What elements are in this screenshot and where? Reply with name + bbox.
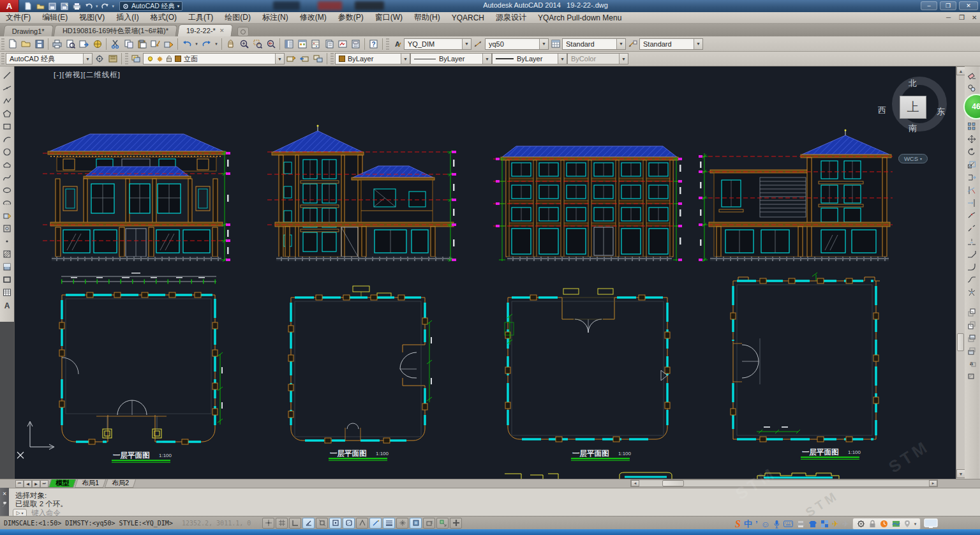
doc-close-button[interactable]: ✕ bbox=[966, 14, 977, 21]
break-tool[interactable] bbox=[965, 222, 978, 234]
menu-dimension[interactable]: 标注(N) bbox=[256, 12, 294, 23]
zoom-window-button[interactable] bbox=[251, 38, 264, 50]
cut-button[interactable] bbox=[108, 38, 122, 50]
viewcube-north[interactable]: 北 bbox=[909, 78, 917, 89]
menu-yqarch[interactable]: YQARCH bbox=[446, 13, 490, 22]
xline-tool[interactable] bbox=[1, 82, 13, 94]
table-tool[interactable] bbox=[1, 286, 13, 298]
ellipse-arc-tool[interactable] bbox=[1, 197, 13, 209]
gradient-tool[interactable] bbox=[1, 260, 13, 273]
tray-expand-icon[interactable]: ▾ bbox=[914, 522, 917, 527]
tab-close-icon[interactable]: ✕ bbox=[219, 27, 225, 34]
menu-yqarch-pulldown[interactable]: YQArch Pull-down Menu bbox=[532, 13, 627, 22]
drawing-canvas[interactable]: 一层平面图 一层平面图 一层平面图 一层平面图 1:100 1:100 1:10… bbox=[14, 66, 956, 479]
plot-button[interactable] bbox=[50, 38, 64, 50]
layout1-tab[interactable]: 布局1 bbox=[75, 479, 106, 488]
ime-punct-icon[interactable]: ’ bbox=[755, 519, 758, 529]
rectangle-tool[interactable] bbox=[1, 120, 13, 132]
region-tool[interactable] bbox=[1, 273, 13, 285]
table-style-combo[interactable]: Standard▼ bbox=[562, 38, 626, 50]
layer-properties-button[interactable] bbox=[130, 52, 143, 65]
windows-taskbar[interactable] bbox=[0, 529, 980, 535]
redo-button[interactable] bbox=[200, 38, 213, 50]
line-tool[interactable] bbox=[1, 69, 13, 81]
zoom-previous-button[interactable] bbox=[264, 38, 278, 50]
markup-button[interactable] bbox=[336, 38, 349, 50]
annotation-monitor-toggle[interactable] bbox=[436, 518, 449, 529]
qat-redo-dropdown-icon[interactable]: ▾ bbox=[112, 4, 115, 9]
close-button[interactable]: ✕ bbox=[959, 1, 978, 10]
tray-clock-icon[interactable] bbox=[880, 520, 888, 528]
insert-block-tool[interactable] bbox=[1, 209, 13, 222]
qat-open-icon[interactable] bbox=[35, 1, 45, 11]
tool-palettes-button[interactable] bbox=[309, 38, 322, 50]
lineweight-combo[interactable]: ByLayer▼ bbox=[492, 53, 567, 64]
menu-help[interactable]: 帮助(H) bbox=[408, 12, 446, 23]
hatch-tool[interactable] bbox=[1, 248, 13, 260]
bring-to-front-tool[interactable] bbox=[965, 306, 978, 318]
fillet-tool[interactable] bbox=[965, 260, 978, 273]
match-properties-button[interactable] bbox=[149, 38, 162, 50]
make-block-tool[interactable] bbox=[1, 222, 13, 234]
menu-yuanquan[interactable]: 源泉设计 bbox=[490, 12, 532, 23]
publish-button[interactable] bbox=[77, 38, 91, 50]
preview-button[interactable] bbox=[64, 38, 77, 50]
text-style-combo[interactable]: YQ_DIM▼ bbox=[404, 38, 471, 50]
copy-tool[interactable] bbox=[965, 82, 978, 94]
first-tab-icon[interactable]: ⏮ bbox=[15, 480, 24, 488]
workspace-settings-button[interactable] bbox=[93, 52, 106, 65]
new-button[interactable] bbox=[6, 38, 19, 50]
stretch-tool[interactable] bbox=[965, 171, 978, 183]
bring-above-tool[interactable] bbox=[965, 331, 978, 343]
open-button[interactable] bbox=[19, 38, 33, 50]
send-under-tool[interactable] bbox=[965, 344, 978, 356]
horizontal-scrollbar[interactable]: ◄ ► bbox=[630, 479, 938, 487]
tray-pin-icon[interactable] bbox=[904, 520, 910, 528]
tray-map-icon[interactable] bbox=[892, 520, 900, 528]
pan-button[interactable] bbox=[224, 38, 237, 50]
doc-minimize-button[interactable]: ─ bbox=[940, 14, 952, 21]
zoom-realtime-button[interactable] bbox=[237, 38, 251, 50]
viewcube-west[interactable]: 西 bbox=[878, 105, 886, 116]
mic-icon[interactable] bbox=[773, 520, 780, 529]
mtext-tool[interactable]: A bbox=[1, 299, 13, 311]
designcenter-button[interactable] bbox=[295, 38, 309, 50]
display-icon[interactable] bbox=[924, 518, 938, 529]
skin-icon[interactable] bbox=[808, 520, 817, 528]
qat-new-icon[interactable] bbox=[23, 1, 33, 11]
3dwf-button[interactable] bbox=[91, 38, 104, 50]
wcs-dropdown[interactable]: WCS▾ bbox=[898, 154, 928, 163]
layout2-tab[interactable]: 布局2 bbox=[105, 479, 136, 488]
qat-plot-icon[interactable] bbox=[71, 1, 82, 11]
doc-restore-button[interactable]: ❐ bbox=[953, 14, 965, 21]
mleader-style-combo[interactable]: Standard▼ bbox=[639, 38, 703, 50]
ime-lang-icon[interactable]: 中 bbox=[744, 518, 752, 530]
menu-draw[interactable]: 绘图(D) bbox=[219, 12, 256, 23]
3dosnap-toggle[interactable] bbox=[329, 518, 341, 529]
linetype-combo[interactable]: ByLayer▼ bbox=[410, 53, 492, 64]
autocad-logo-icon[interactable]: A bbox=[0, 0, 19, 12]
new-tab-button[interactable] bbox=[237, 27, 249, 36]
arc-tool[interactable] bbox=[1, 133, 13, 145]
viewcube-top-face[interactable]: 上 bbox=[900, 96, 926, 119]
qat-undo-icon[interactable] bbox=[84, 1, 94, 11]
move-tool[interactable] bbox=[965, 133, 978, 145]
transparency-toggle[interactable] bbox=[396, 518, 408, 529]
polar-toggle[interactable] bbox=[302, 518, 315, 529]
workspace-status-toggle[interactable] bbox=[450, 518, 462, 529]
redo-dropdown-icon[interactable]: ▾ bbox=[213, 38, 219, 50]
menu-file[interactable]: 文件(F) bbox=[0, 12, 36, 23]
ellipse-tool[interactable] bbox=[1, 184, 13, 196]
spline-tool[interactable] bbox=[1, 171, 13, 183]
color-combo[interactable]: ByLayer▼ bbox=[335, 53, 410, 64]
rotate-tool[interactable] bbox=[965, 146, 978, 158]
model-tab[interactable]: 模型 bbox=[48, 479, 76, 488]
menu-edit[interactable]: 编辑(E) bbox=[36, 12, 73, 23]
plane-gold-icon[interactable]: ✈ bbox=[832, 519, 839, 529]
viewcube-south[interactable]: 南 bbox=[909, 123, 917, 134]
file-tab-drawing1[interactable]: Drawing1* bbox=[3, 25, 54, 36]
menu-tools[interactable]: 工具(T) bbox=[182, 12, 219, 23]
vscroll-thumb[interactable] bbox=[957, 333, 964, 351]
menu-insert[interactable]: 插入(I) bbox=[110, 12, 144, 23]
scale-tool[interactable] bbox=[965, 158, 978, 170]
